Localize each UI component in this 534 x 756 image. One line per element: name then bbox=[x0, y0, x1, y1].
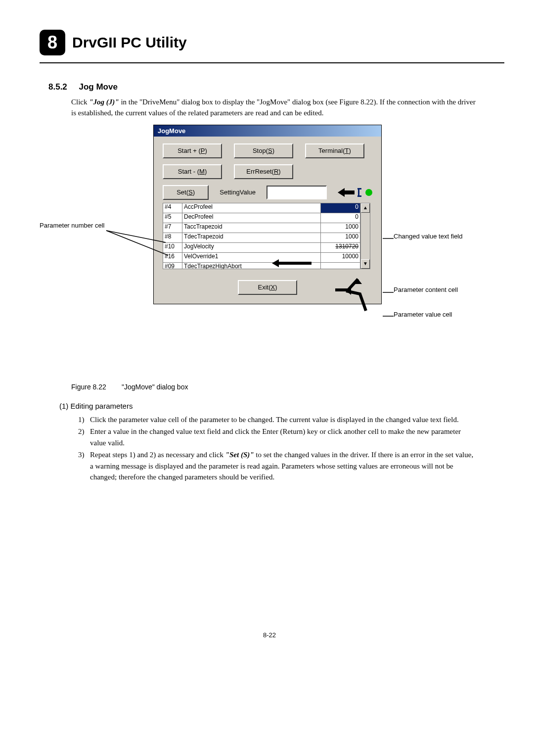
dialog-titlebar: JogMove bbox=[154, 125, 381, 137]
section-number: 8.5.2 bbox=[48, 82, 67, 92]
scroll-down-button[interactable]: ▼ bbox=[361, 259, 370, 269]
scroll-up-button[interactable]: ▲ bbox=[361, 203, 370, 213]
scrollbar[interactable]: ▲ ▼ bbox=[360, 203, 370, 269]
status-led-icon bbox=[365, 189, 372, 196]
table-row[interactable]: #8 TdecTrapezoid 1000 bbox=[163, 233, 360, 242]
callout-line-icon bbox=[383, 236, 396, 241]
callout-line-icon bbox=[383, 290, 396, 295]
intro-paragraph: Click "Jog (J)" in the "DriveMenu" dialo… bbox=[71, 97, 477, 119]
table-row[interactable]: #4 AccProfeel 0 bbox=[163, 203, 360, 213]
list-item: Enter a value in the changed value text … bbox=[90, 426, 474, 448]
svg-marker-0 bbox=[338, 188, 355, 197]
list-item: Repeat steps 1) and 2) as necessary and … bbox=[90, 449, 474, 483]
figure-caption: "JogMove" dialog box bbox=[122, 383, 188, 391]
stop-button[interactable]: Stop(S) bbox=[234, 143, 293, 158]
set-button[interactable]: Set(S) bbox=[163, 185, 209, 200]
chapter-number-badge: 8 bbox=[40, 30, 65, 55]
cursor-icon bbox=[357, 188, 362, 197]
table-row[interactable]: #16 VelOverride1 10000 bbox=[163, 252, 360, 262]
jogmove-dialog: JogMove Start + (P) Stop(S) Terminal(T) … bbox=[153, 125, 382, 304]
callout-line-icon bbox=[383, 314, 396, 319]
svg-marker-9 bbox=[272, 259, 312, 267]
err-reset-button[interactable]: ErrReset(R) bbox=[234, 164, 293, 179]
table-row[interactable]: #09 TdecTrapezHighAbort bbox=[163, 262, 360, 269]
table-row[interactable]: #10 JogVelocity 1310720 bbox=[163, 242, 360, 252]
page-number: 8-22 bbox=[40, 631, 499, 639]
table-row[interactable]: #5 DecProfeel 0 bbox=[163, 213, 360, 223]
start-minus-button[interactable]: Start - (M) bbox=[163, 164, 222, 179]
arrow-icon bbox=[272, 259, 312, 267]
section-title: Jog Move bbox=[79, 82, 117, 92]
setting-value-input[interactable] bbox=[267, 186, 327, 199]
editing-heading: (1) Editing parameters bbox=[59, 402, 499, 410]
chapter-title: DrvGII PC Utility bbox=[72, 34, 187, 51]
list-item: Click the parameter value cell of the pa… bbox=[90, 414, 459, 425]
svg-line-5 bbox=[106, 231, 168, 255]
svg-rect-2 bbox=[357, 188, 361, 189]
annotation-param-number-cell: Parameter number cell bbox=[40, 222, 109, 229]
table-row[interactable]: #7 TaccTrapezoid 1000 bbox=[163, 223, 360, 233]
arrow-left-icon bbox=[338, 188, 355, 197]
setting-value-label: SettingValue bbox=[220, 189, 256, 196]
parameter-table: #4 AccProfeel 0 #5 DecProfeel 0 #7 TaccT… bbox=[163, 203, 370, 269]
annotation-changed-value: Changed value text field bbox=[394, 233, 473, 240]
terminal-button[interactable]: Terminal(T) bbox=[305, 143, 364, 158]
svg-line-4 bbox=[106, 231, 166, 242]
annotation-param-value-cell: Parameter value cell bbox=[394, 311, 483, 318]
start-plus-button[interactable]: Start + (P) bbox=[163, 143, 222, 158]
annotation-param-content-cell: Parameter content cell bbox=[394, 286, 473, 293]
arrow-icon bbox=[336, 289, 371, 314]
exit-button[interactable]: Exit(X) bbox=[238, 280, 297, 295]
figure-label: Figure 8.22 bbox=[71, 383, 106, 391]
callout-line-icon bbox=[106, 231, 171, 260]
svg-rect-3 bbox=[357, 195, 361, 197]
